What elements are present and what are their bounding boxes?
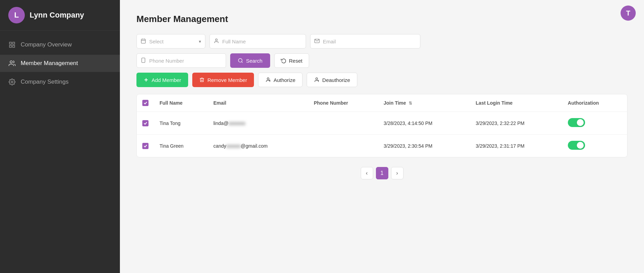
svg-rect-1 [13,42,15,44]
svg-point-10 [215,39,217,41]
table-header-row: Full Name Email Phone Number Join Time ⇅… [137,94,627,112]
svg-point-18 [267,78,269,80]
sidebar: L Lynn Company Company Overview Member M… [0,0,120,273]
company-logo: L [8,7,25,23]
row-phone [308,112,378,135]
header-checkbox-cell [137,94,154,112]
row-checkbox[interactable] [142,143,149,149]
sidebar-header: L Lynn Company [0,0,120,31]
svg-line-15 [242,62,243,63]
email-icon [314,38,320,45]
svg-point-4 [10,61,12,63]
svg-point-14 [238,59,242,62]
filter-row-2: Search Reset [136,53,627,68]
authorize-button[interactable]: Authorize [258,73,303,87]
reset-icon [281,58,286,63]
row-last-login: 3/29/2023, 2:31:17 PM [470,135,562,157]
authorization-toggle[interactable] [568,141,585,150]
full-name-input[interactable] [209,34,306,49]
check-icon [143,144,147,148]
header-join-time[interactable]: Join Time ⇅ [378,94,470,112]
sort-icon: ⇅ [409,101,412,106]
search-icon [238,58,243,63]
role-select[interactable]: Select [136,34,205,49]
email-blurred: xxxxxxx [228,120,245,126]
row-full-name: Tina Tong [154,112,208,135]
email-input[interactable] [310,34,420,49]
table-row: Tina Green candyxxxxxx@gmail.com 3/29/20… [137,135,627,157]
phone-input[interactable] [136,53,226,68]
company-name: Lynn Company [30,11,84,20]
email-wrap [310,34,420,49]
reset-button[interactable]: Reset [274,53,309,68]
check-icon [143,121,147,125]
avatar[interactable]: T [621,6,636,21]
email-visible: candy [213,143,226,149]
plus-icon [143,77,149,83]
action-row: Add Member Remove Member Authorize Deaut… [136,73,627,87]
full-name-wrap [209,34,306,49]
row-email: linda@xxxxxxx [208,112,308,135]
email-blurred: xxxxxx [226,143,241,149]
deauthorize-button[interactable]: Deauthorize [307,73,357,87]
overview-icon [8,41,16,49]
check-icon [143,101,147,105]
members-table: Full Name Email Phone Number Join Time ⇅… [137,94,627,157]
search-button[interactable]: Search [230,53,270,68]
authorization-toggle[interactable] [568,118,585,127]
role-select-wrap: Select ▾ [136,34,205,49]
row-full-name: Tina Green [154,135,208,157]
email-suffix: @gmail.com [241,143,268,149]
filter-row-1: Select ▾ [136,34,627,49]
svg-rect-0 [10,42,12,44]
row-authorization [562,112,627,135]
phone-icon [141,57,146,64]
table-row: Tina Tong linda@xxxxxxx 3/28/2023, 4:14:… [137,112,627,135]
settings-icon [8,78,16,86]
row-email: candyxxxxxx@gmail.com [208,135,308,157]
svg-rect-3 [13,45,15,48]
header-email: Email [208,94,308,112]
row-checkbox-cell [137,135,154,157]
toggle-knob [577,142,584,149]
svg-rect-2 [10,45,12,48]
sidebar-item-label: Company Settings [21,78,69,85]
deauthorize-icon [314,77,319,83]
header-phone: Phone Number [308,94,378,112]
authorize-icon [265,77,271,83]
page-1-button[interactable]: 1 [376,167,388,179]
trash-icon [199,77,205,83]
row-checkbox-cell [137,112,154,135]
phone-wrap [136,53,226,68]
select-all-checkbox[interactable] [142,100,149,106]
sidebar-item-member-management[interactable]: Member Management [0,55,120,72]
next-page-button[interactable]: › [391,167,403,179]
row-join-time: 3/29/2023, 2:30:54 PM [378,135,470,157]
row-checkbox[interactable] [142,120,149,126]
email-visible: linda@ [213,120,228,126]
sidebar-item-label: Member Management [21,60,78,67]
page-title: Member Management [136,14,627,24]
sidebar-item-company-overview[interactable]: Company Overview [0,36,120,53]
toggle-knob [577,119,584,126]
header-full-name: Full Name [154,94,208,112]
sidebar-item-company-settings[interactable]: Company Settings [0,73,120,91]
row-authorization [562,135,627,157]
pagination: ‹ 1 › [136,167,627,179]
sidebar-nav: Company Overview Member Management Compa… [0,31,120,96]
members-table-wrap: Full Name Email Phone Number Join Time ⇅… [136,94,627,157]
select-icon [141,38,146,45]
svg-rect-6 [141,39,145,43]
main-content: Member Management Select ▾ [120,0,644,273]
prev-page-button[interactable]: ‹ [361,167,373,179]
row-phone [308,135,378,157]
svg-point-5 [11,81,13,83]
svg-rect-12 [142,58,145,62]
row-last-login: 3/29/2023, 2:32:22 PM [470,112,562,135]
remove-member-button[interactable]: Remove Member [192,73,254,87]
sidebar-item-label: Company Overview [21,41,72,48]
members-icon [8,60,16,67]
person-icon [214,38,219,45]
add-member-button[interactable]: Add Member [136,73,188,87]
header-authorization: Authorization [562,94,627,112]
